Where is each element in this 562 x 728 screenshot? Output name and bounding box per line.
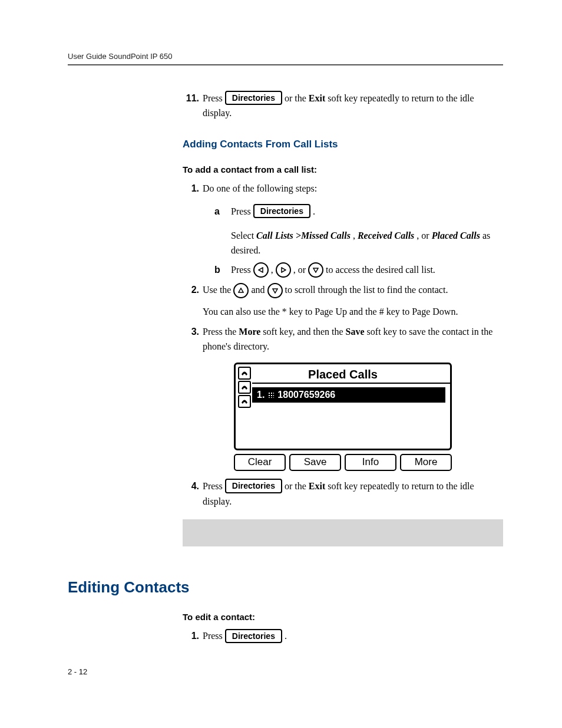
arrow-down-icon: [267, 283, 283, 298]
note-placeholder-bar: [183, 519, 503, 546]
call-number: 18007659266: [277, 390, 335, 400]
step-number: 4.: [183, 479, 203, 509]
text: .: [313, 206, 315, 216]
phone-line-icon: [238, 381, 251, 394]
text: or the: [285, 93, 309, 103]
text: ,: [271, 265, 276, 275]
step-number: 1.: [183, 182, 203, 278]
text: Press: [203, 93, 225, 103]
directories-button: Directories: [225, 629, 282, 643]
more-softkey-name: More: [239, 327, 260, 337]
divider: [252, 383, 450, 384]
text: to scroll through the list to find the c…: [285, 285, 448, 295]
task-heading-add: To add a contact from a call list:: [183, 164, 503, 174]
step-3: 3. Press the More soft key, and then the…: [183, 325, 503, 354]
text: and: [251, 285, 267, 295]
text: , or: [293, 265, 308, 275]
text: Press: [203, 481, 225, 491]
svg-marker-1: [282, 268, 286, 272]
exit-softkey-name: Exit: [309, 481, 325, 491]
text: You can also use the * key to Page Up an…: [203, 305, 503, 319]
softkey-info: Info: [345, 454, 396, 471]
dialpad-icon: [268, 392, 274, 398]
menu-path: Call Lists >Missed Calls: [256, 230, 351, 241]
softkey-more: More: [400, 454, 452, 471]
step-number: 1.: [183, 629, 203, 644]
step-1: 1. Do one of the following steps: a Pres…: [183, 182, 503, 278]
softkey-clear: Clear: [234, 454, 286, 471]
text: Press: [231, 265, 253, 275]
directories-button: Directories: [253, 204, 310, 218]
softkey-row: Clear Save Info More: [234, 454, 452, 471]
step-number: 3.: [183, 325, 203, 354]
svg-marker-2: [313, 268, 318, 272]
heading-adding-contacts: Adding Contacts From Call Lists: [183, 139, 503, 150]
substep-letter: a: [203, 205, 231, 258]
text: Select: [231, 230, 256, 241]
menu-path: Received Calls: [358, 230, 414, 241]
phone-screenshot: Placed Calls 1. 18007659266 Clear Save I…: [234, 363, 452, 471]
text: soft key, and then the: [263, 327, 345, 337]
svg-marker-4: [273, 289, 277, 293]
line-icons: [238, 367, 251, 408]
step-number: 2.: [183, 283, 203, 319]
directories-button: Directories: [225, 91, 282, 105]
arrow-down-icon: [308, 262, 323, 278]
text: ,: [353, 230, 358, 241]
substep-b: b Press , , or: [203, 263, 503, 278]
save-softkey-name: Save: [346, 327, 365, 337]
selected-call-row: 1. 18007659266: [252, 387, 445, 403]
edit-step-1: 1. Press Directories .: [183, 629, 503, 644]
step-11: 11. Press Directories or the Exit soft k…: [183, 91, 503, 121]
text: Do one of the following steps:: [203, 183, 317, 193]
substep-letter: b: [203, 263, 231, 278]
directories-button: Directories: [225, 479, 282, 493]
arrow-left-icon: [253, 262, 269, 278]
exit-softkey-name: Exit: [309, 93, 325, 103]
running-header: User Guide SoundPoint IP 650: [68, 52, 503, 61]
arrow-up-icon: [233, 283, 249, 298]
phone-line-icon: [238, 395, 251, 408]
text: Press the: [203, 327, 239, 337]
step-number: 11.: [183, 91, 203, 121]
heading-editing-contacts: Editing Contacts: [68, 571, 503, 597]
text: .: [285, 631, 287, 641]
text: Press: [231, 206, 253, 216]
screen-title: Placed Calls: [236, 364, 450, 383]
softkey-save: Save: [289, 454, 341, 471]
step-2: 2. Use the and to scroll through the lis…: [183, 283, 503, 319]
phone-line-icon: [238, 367, 251, 380]
page-number: 2 - 12: [68, 667, 87, 676]
text: or the: [285, 481, 309, 491]
text: to access the desired call list.: [326, 265, 435, 275]
text: Press: [203, 631, 225, 641]
svg-marker-0: [259, 268, 263, 272]
step-4: 4. Press Directories or the Exit soft ke…: [183, 479, 503, 509]
text: Use the: [203, 285, 233, 295]
substep-a: a Press Directories . Select Call Lists …: [203, 205, 503, 258]
task-heading-edit: To edit a contact:: [183, 612, 503, 622]
arrow-right-icon: [276, 262, 291, 278]
menu-path: Placed Calls: [432, 230, 480, 241]
header-rule: [68, 64, 503, 65]
svg-marker-3: [239, 288, 243, 292]
text: , or: [416, 230, 431, 241]
